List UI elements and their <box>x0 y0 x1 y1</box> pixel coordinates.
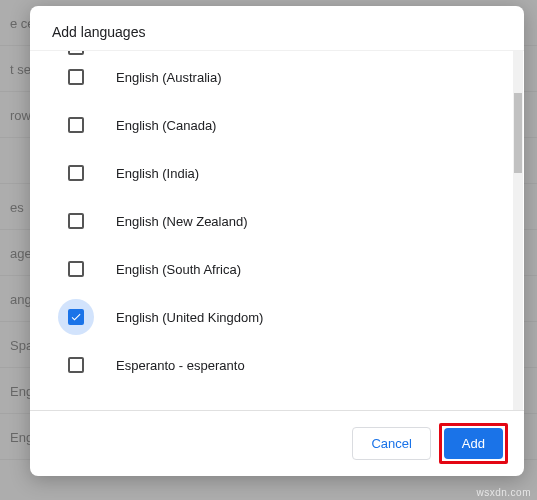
add-button-highlight: Add <box>439 423 508 464</box>
language-row[interactable]: English (South Africa) <box>58 245 492 293</box>
scrollbar-thumb[interactable] <box>514 93 522 173</box>
dialog-body: Dutch - NederlandsEnglish (Australia)Eng… <box>30 50 524 410</box>
language-row[interactable]: English (Canada) <box>58 101 492 149</box>
language-label: English (India) <box>116 166 199 181</box>
cancel-button[interactable]: Cancel <box>352 427 430 460</box>
add-languages-dialog: Add languages Dutch - NederlandsEnglish … <box>30 6 524 476</box>
dialog-title: Add languages <box>30 6 524 50</box>
checkbox-wrap[interactable] <box>58 203 94 239</box>
checkbox-wrap[interactable] <box>58 155 94 191</box>
dialog-footer: Cancel Add <box>30 410 524 476</box>
language-label: Esperanto - esperanto <box>116 358 245 373</box>
language-row[interactable]: Esperanto - esperanto <box>58 341 492 389</box>
checkbox-unchecked-icon[interactable] <box>68 261 84 277</box>
language-row[interactable]: English (Australia) <box>58 53 492 101</box>
checkbox-unchecked-icon[interactable] <box>68 69 84 85</box>
language-label: English (Canada) <box>116 118 216 133</box>
add-button[interactable]: Add <box>444 428 503 459</box>
language-label: English (United Kingdom) <box>116 310 263 325</box>
language-list: Dutch - NederlandsEnglish (Australia)Eng… <box>30 51 512 410</box>
checkbox-wrap[interactable] <box>58 107 94 143</box>
language-label: English (South Africa) <box>116 262 241 277</box>
checkbox-wrap[interactable] <box>58 347 94 383</box>
checkbox-unchecked-icon[interactable] <box>68 357 84 373</box>
checkbox-checked-icon[interactable] <box>68 309 84 325</box>
checkbox-unchecked-icon[interactable] <box>68 51 84 55</box>
checkbox-unchecked-icon[interactable] <box>68 165 84 181</box>
language-row[interactable]: English (India) <box>58 149 492 197</box>
language-label: English (New Zealand) <box>116 214 248 229</box>
language-row[interactable]: English (New Zealand) <box>58 197 492 245</box>
checkbox-wrap[interactable] <box>58 59 94 95</box>
language-row[interactable]: English (United Kingdom) <box>58 293 492 341</box>
checkbox-unchecked-icon[interactable] <box>68 117 84 133</box>
language-label: English (Australia) <box>116 70 222 85</box>
watermark: wsxdn.com <box>476 487 531 498</box>
checkbox-wrap[interactable] <box>58 299 94 335</box>
checkbox-wrap[interactable] <box>58 251 94 287</box>
checkbox-unchecked-icon[interactable] <box>68 213 84 229</box>
